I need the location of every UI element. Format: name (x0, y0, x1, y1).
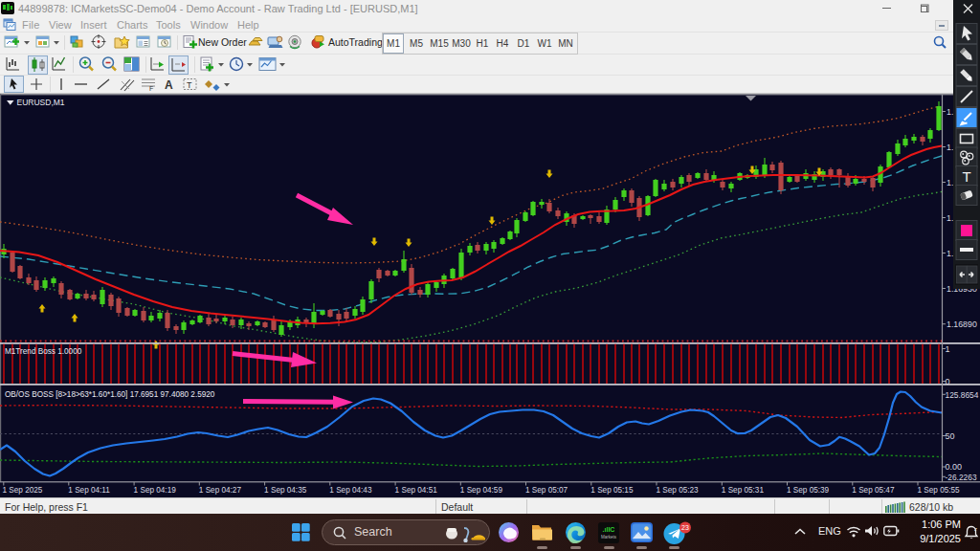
svg-text:M5: M5 (410, 38, 423, 49)
svg-text:1 Sep 05:39: 1 Sep 05:39 (787, 486, 830, 495)
svg-text:H1: H1 (477, 38, 489, 49)
svg-text:1 Sep 04:59: 1 Sep 04:59 (460, 486, 503, 495)
svg-text:W1: W1 (538, 38, 552, 49)
svg-text:1 Sep 05:55: 1 Sep 05:55 (918, 486, 961, 495)
svg-text:1.16890: 1.16890 (947, 320, 977, 329)
svg-text:AutoTrading: AutoTrading (328, 36, 383, 48)
svg-text:1 Sep 04:35: 1 Sep 04:35 (264, 486, 307, 495)
svg-text:0: 0 (946, 377, 950, 386)
svg-text:0.00: 0.00 (946, 462, 963, 472)
svg-text:1 Sep 05:23: 1 Sep 05:23 (657, 486, 700, 495)
svg-text:-26.2263: -26.2263 (946, 473, 977, 482)
svg-text:1 Sep 05:47: 1 Sep 05:47 (852, 486, 895, 495)
svg-text:1 Sep 04:19: 1 Sep 04:19 (134, 486, 177, 495)
svg-text:1 Sep 04:11: 1 Sep 04:11 (68, 486, 110, 495)
svg-text:M1Trend Boss 1.0000: M1Trend Boss 1.0000 (5, 347, 82, 356)
svg-text:50: 50 (946, 431, 955, 441)
svg-text:1 Sep 2025: 1 Sep 2025 (3, 486, 43, 495)
svg-text:OB/OS BOSS [8>18>63*1.60*1.60]: OB/OS BOSS [8>18>63*1.60*1.60] 17.6951 9… (5, 390, 215, 399)
svg-text:1 Sep 05:07: 1 Sep 05:07 (525, 486, 568, 495)
svg-text:1 Sep 05:15: 1 Sep 05:15 (590, 486, 634, 495)
svg-text:M30: M30 (452, 38, 471, 49)
svg-text:1 Sep 04:43: 1 Sep 04:43 (329, 486, 372, 495)
svg-text:T: T (187, 80, 192, 90)
svg-text:1 Sep 04:27: 1 Sep 04:27 (199, 486, 242, 495)
svg-text:H4: H4 (497, 38, 509, 49)
svg-text:1 Sep 04:51: 1 Sep 04:51 (395, 486, 438, 495)
svg-text:New Order: New Order (198, 36, 247, 48)
svg-text:z: z (974, 526, 977, 532)
svg-text:A: A (165, 78, 173, 92)
svg-text:M1: M1 (387, 38, 400, 49)
svg-text:Markets: Markets (601, 535, 617, 540)
svg-text:1 Sep 05:31: 1 Sep 05:31 (722, 486, 765, 495)
svg-text:EURUSD,M1: EURUSD,M1 (17, 98, 65, 107)
svg-text:23: 23 (681, 524, 689, 531)
svg-text:.ılIC: .ılIC (603, 526, 615, 533)
svg-text:1: 1 (946, 344, 950, 354)
svg-text:T: T (962, 168, 970, 185)
svg-text:M15: M15 (430, 38, 449, 49)
svg-text:125.8654: 125.8654 (946, 390, 979, 400)
svg-text:D1: D1 (518, 38, 530, 49)
svg-text:F: F (149, 85, 153, 92)
svg-text:MN: MN (558, 38, 573, 49)
